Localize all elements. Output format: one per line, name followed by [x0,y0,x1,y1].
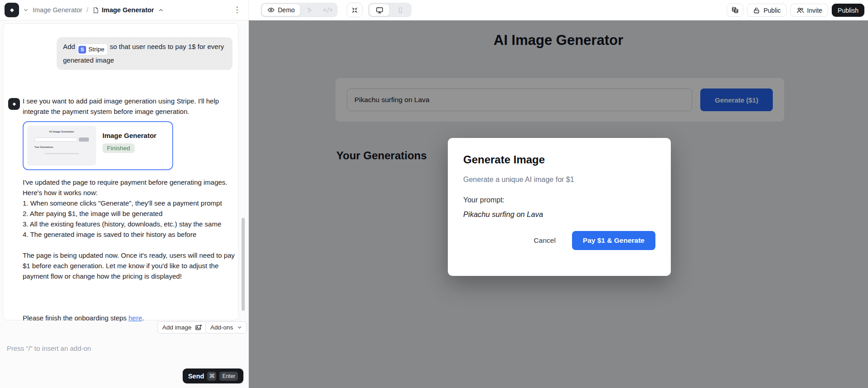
assistant-link-line: Please finish the onboarding steps here. [23,313,144,323]
page-task-card[interactable]: AI Image Generator Your Generations Imag… [23,121,173,170]
desktop-view-tab[interactable] [369,4,390,16]
onboarding-text-prefix: Please finish the onboarding steps [23,314,129,322]
people-icon [796,7,804,14]
shrink-view-button[interactable] [347,3,363,17]
chat-scrollbar-thumb[interactable] [242,218,245,311]
task-card-info: Image Generator Finished [102,126,156,166]
collapse-breadcrumb-icon[interactable] [158,7,164,13]
public-button-label: Public [763,7,781,14]
publish-button-label: Publish [838,7,858,14]
app-logo[interactable] [5,3,19,17]
modal-prompt-label: Your prompt: [463,196,655,204]
stripe-chip-label: Stripe [88,44,104,54]
cmd-key-icon: ⌘ [207,372,216,381]
modal-description: Generate a unique AI image for $1 [463,176,655,184]
invite-button[interactable]: Invite [790,4,828,17]
onboarding-link[interactable]: here [129,314,142,322]
breadcrumb-page-label: Image Generator [102,6,154,14]
assistant-intro-text: I see you want to add paid image generat… [23,96,232,117]
add-image-icon [195,324,202,331]
enter-key-label: Enter [219,372,238,381]
thumbnail-input-row [34,138,89,142]
coins-icon [731,6,739,14]
monitor-icon [376,6,383,14]
kebab-menu-icon[interactable]: ⋮ [232,5,242,15]
send-button-label: Send [188,373,204,380]
chat-input-placeholder[interactable]: Press “/” to insert an add-on [7,344,91,352]
addons-select[interactable]: Add-ons [205,321,247,334]
code-mode-tab[interactable]: </> [319,4,337,16]
cancel-button[interactable]: Cancel [534,236,556,245]
modal-title: Generate Image [463,153,655,166]
app-window: Image Generator / Image Generator ⋮ Demo… [0,0,868,388]
thumbnail-button [79,138,89,142]
mode-segmented-control: Demo </> [261,3,338,17]
add-image-button[interactable]: Add image [157,321,207,334]
user-message-prefix: Add [63,43,75,50]
modal-prompt-value: Pikachu surfing on Lava [463,210,655,219]
header-actions: Public Invite Publish [727,4,864,17]
thumbnail-placeholder-line [44,153,79,154]
header-breadcrumb-area: Image Generator / Image Generator [0,0,249,20]
thumbnail-input [34,138,78,142]
credits-button[interactable] [727,4,743,17]
generate-image-modal: Generate Image Generate a unique AI imag… [448,138,671,276]
task-card-title: Image Generator [102,132,156,139]
stripe-addon-chip: S Stripe [77,44,108,55]
logo-diamond-icon [9,7,15,14]
collapse-arrows-icon [351,7,358,14]
onboarding-text-suffix: . [142,314,144,322]
cursor-icon [306,7,313,14]
workspace-chevron-down-icon[interactable] [23,7,29,13]
eye-icon [267,6,275,14]
breadcrumb-separator: / [87,6,88,14]
pay-generate-button[interactable]: Pay $1 & Generate [572,231,655,250]
chat-sidebar: Add S Stripe so that user needs to pay 1… [0,20,249,388]
task-status-badge: Finished [102,143,135,153]
phone-icon [397,7,404,14]
code-icon: </> [323,7,333,13]
public-button[interactable]: Public [747,4,786,17]
demo-mode-label: Demo [278,6,295,14]
modal-actions: Cancel Pay $1 & Generate [463,231,655,250]
page-preview-thumbnail: AI Image Generator Your Generations [27,126,96,166]
breadcrumb-page[interactable]: Image Generator [92,6,154,14]
user-message-bubble: Add S Stripe so that user needs to pay 1… [57,37,233,70]
demo-mode-tab[interactable]: Demo [262,4,301,16]
bot-icon [11,101,17,107]
lock-open-icon [753,7,760,14]
mobile-view-tab[interactable] [390,4,411,16]
thumbnail-subtitle: Your Generations [34,146,53,148]
interact-mode-tab[interactable] [301,4,319,16]
publish-button[interactable]: Publish [832,4,864,17]
invite-button-label: Invite [807,7,822,14]
addons-label: Add-ons [210,324,233,331]
top-header: Image Generator / Image Generator ⋮ Demo… [0,0,868,20]
assistant-avatar [8,98,20,110]
stripe-icon: S [78,46,86,54]
breadcrumb-project[interactable]: Image Generator [33,6,82,14]
add-image-label: Add image [162,324,192,331]
chevron-down-icon [237,325,242,330]
file-icon [92,7,99,14]
thumbnail-title: AI Image Generator [27,130,96,133]
send-button[interactable]: Send ⌘ Enter [183,368,243,383]
assistant-body-text: I've updated the page to require payment… [23,177,235,281]
device-segmented-control [368,3,412,17]
app-preview-area: AI Image Generator Generate ($1) Your Ge… [249,20,868,388]
